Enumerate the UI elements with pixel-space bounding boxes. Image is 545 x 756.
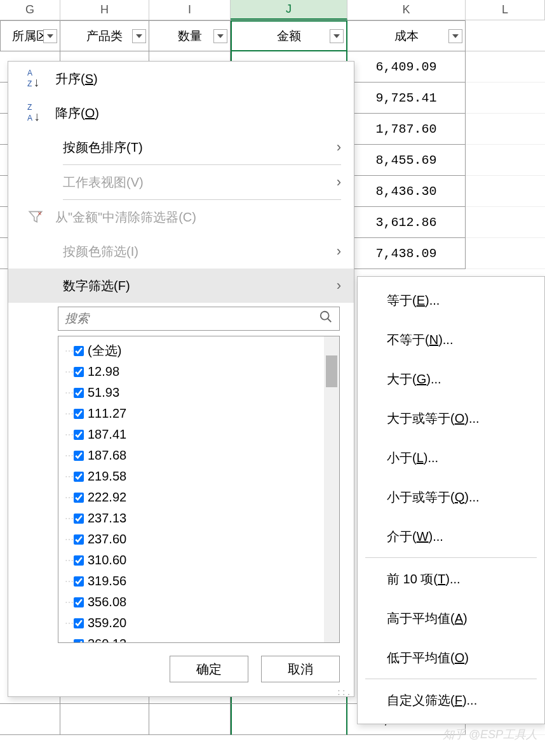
number-filters-submenu: 等于(E)...不等于(N)...大于(G)...大于或等于(O)...小于(L… <box>357 276 545 724</box>
cancel-button[interactable]: 取消 <box>261 656 340 682</box>
checkbox[interactable] <box>74 534 84 545</box>
chevron-down-icon[interactable] <box>213 29 227 43</box>
cost-cell[interactable]: 3,612.86 <box>347 207 466 238</box>
checkbox[interactable] <box>74 430 84 440</box>
checkbox[interactable] <box>74 409 84 419</box>
filter-dropdown-panel: AZ↓ 升序(S) ZA↓ 降序(O) 按颜色排序(T)› 工作表视图(V)› … <box>8 61 354 697</box>
submenu-item[interactable]: 高于平均值(A) <box>358 599 544 638</box>
chevron-down-icon[interactable] <box>330 29 344 43</box>
chevron-right-icon: › <box>337 139 341 156</box>
checkbox[interactable] <box>74 451 84 461</box>
checklist-item[interactable]: ⋯319.56 <box>65 571 324 592</box>
svg-line-2 <box>328 319 332 322</box>
checkbox[interactable] <box>74 514 84 524</box>
checkbox[interactable] <box>74 493 84 503</box>
button-row: 确定 取消 <box>8 643 354 696</box>
checklist[interactable]: ⋯(全选)⋯12.98⋯51.93⋯111.27⋯187.41⋯187.68⋯2… <box>58 336 324 642</box>
chevron-down-icon[interactable] <box>43 29 57 43</box>
sheet-view: 工作表视图(V)› <box>8 165 354 199</box>
chevron-right-icon: › <box>337 174 341 190</box>
checkbox[interactable] <box>74 639 84 643</box>
checklist-item[interactable]: ⋯222.92 <box>65 487 324 508</box>
checklist-item[interactable]: ⋯12.98 <box>65 361 324 382</box>
watermark: 知乎 @ESP工具人 <box>443 727 537 742</box>
checklist-item[interactable]: ⋯359.20 <box>65 613 324 633</box>
checklist-item[interactable]: ⋯187.41 <box>65 424 324 445</box>
scrollbar-thumb[interactable] <box>326 355 337 387</box>
svg-text:×: × <box>37 209 41 217</box>
checklist-item[interactable]: ⋯187.68 <box>65 445 324 466</box>
col-l[interactable]: L <box>466 0 545 20</box>
sort-descending[interactable]: ZA↓ 降序(O) <box>8 96 354 130</box>
submenu-item[interactable]: 低于平均值(O) <box>358 638 544 677</box>
checkbox[interactable] <box>74 576 84 587</box>
svg-point-1 <box>321 312 329 320</box>
hdr-blank <box>466 20 545 51</box>
submenu-item[interactable]: 大于(G)... <box>358 359 544 399</box>
checklist-item[interactable]: ⋯111.27 <box>65 403 324 424</box>
sort-asc-icon: AZ↓ <box>27 70 55 87</box>
col-k[interactable]: K <box>347 0 466 20</box>
number-filters[interactable]: 数字筛选(F)› <box>8 269 354 303</box>
search-input[interactable] <box>65 312 319 326</box>
checklist-item[interactable]: ⋯51.93 <box>65 382 324 403</box>
cost-cell[interactable]: 9,725.41 <box>347 83 466 114</box>
cost-cell[interactable]: 8,436.30 <box>347 176 466 207</box>
checkbox[interactable] <box>74 555 84 566</box>
cost-cell[interactable]: 7,438.09 <box>347 238 466 269</box>
checkbox[interactable] <box>74 346 84 356</box>
sort-by-color[interactable]: 按颜色排序(T)› <box>8 130 354 164</box>
filter-search-box[interactable] <box>58 307 340 331</box>
checklist-item[interactable]: ⋯310.60 <box>65 550 324 571</box>
submenu-item[interactable]: 前 10 项(T)... <box>358 559 544 599</box>
checklist-item[interactable]: ⋯219.58 <box>65 466 324 487</box>
hdr-qty[interactable]: 数量 <box>149 20 231 51</box>
checklist-item[interactable]: ⋯237.60 <box>65 529 324 550</box>
cost-cell[interactable]: 6,409.09 <box>347 51 466 83</box>
header-row: 所属区 产品类 数量 金额 成本 <box>0 20 545 51</box>
checklist-item[interactable]: ⋯237.13 <box>65 508 324 529</box>
clear-filter: × 从"金额"中清除筛选器(C) <box>8 200 354 234</box>
submenu-item[interactable]: 小于或等于(Q)... <box>358 477 544 517</box>
search-icon <box>319 310 333 328</box>
checklist-item[interactable]: ⋯356.08 <box>65 592 324 613</box>
col-j[interactable]: J <box>231 0 347 20</box>
col-g[interactable]: G <box>0 0 60 20</box>
checkbox[interactable] <box>74 388 84 398</box>
funnel-clear-icon: × <box>27 209 55 225</box>
col-h[interactable]: H <box>60 0 149 20</box>
submenu-item[interactable]: 大于或等于(O)... <box>358 399 544 438</box>
scrollbar[interactable] <box>324 336 339 642</box>
submenu-item[interactable]: 等于(E)... <box>358 281 544 320</box>
filter-by-color: 按颜色筛选(I)› <box>8 234 354 269</box>
chevron-down-icon[interactable] <box>132 29 146 43</box>
checkbox[interactable] <box>74 472 84 482</box>
ok-button[interactable]: 确定 <box>170 656 248 682</box>
submenu-item[interactable]: 介于(W)... <box>358 517 544 556</box>
submenu-item[interactable]: 自定义筛选(F)... <box>358 680 544 720</box>
checkbox[interactable] <box>74 597 84 607</box>
checkbox[interactable] <box>74 618 84 628</box>
hdr-product[interactable]: 产品类 <box>60 20 149 51</box>
chevron-right-icon: › <box>337 243 341 260</box>
resize-grip-icon[interactable]: . .. . . <box>338 686 350 694</box>
checklist-item[interactable]: ⋯(全选) <box>65 340 324 361</box>
submenu-item[interactable]: 不等于(N)... <box>358 320 544 359</box>
separator <box>365 679 537 679</box>
checkbox[interactable] <box>74 367 84 377</box>
checklist-item[interactable]: ⋯360 13 <box>65 633 324 642</box>
col-i[interactable]: I <box>149 0 231 20</box>
sort-desc-icon: ZA↓ <box>27 104 55 121</box>
submenu-item[interactable]: 小于(L)... <box>358 438 544 477</box>
sort-ascending[interactable]: AZ↓ 升序(S) <box>8 62 354 96</box>
hdr-amount[interactable]: 金额 <box>231 20 347 51</box>
chevron-down-icon[interactable] <box>448 29 462 43</box>
hdr-cost[interactable]: 成本 <box>347 20 466 51</box>
column-letters-row: G H I J K L <box>0 0 545 20</box>
chevron-right-icon: › <box>337 277 341 294</box>
cost-cell[interactable]: 8,455.69 <box>347 145 466 176</box>
cost-cell[interactable]: 1,787.60 <box>347 114 466 145</box>
filter-value-list: ⋯(全选)⋯12.98⋯51.93⋯111.27⋯187.41⋯187.68⋯2… <box>58 336 340 643</box>
hdr-region[interactable]: 所属区 <box>0 20 60 51</box>
separator <box>365 557 537 558</box>
